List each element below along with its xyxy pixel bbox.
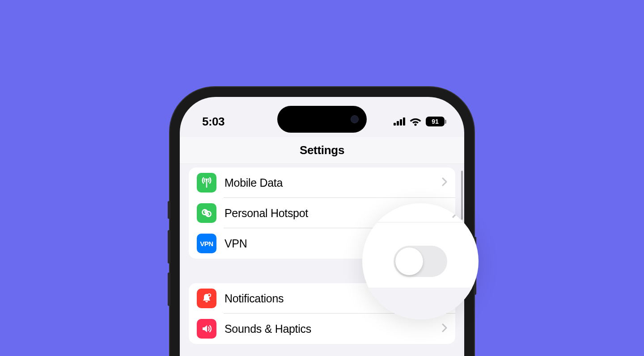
link-icon [197,203,216,223]
toggle-thumb [395,247,423,275]
row-mobile-data[interactable]: Mobile Data [189,168,455,198]
svg-point-4 [414,123,416,126]
svg-rect-2 [400,119,402,126]
svg-rect-3 [403,117,405,126]
svg-rect-0 [394,123,396,126]
scroll-indicator[interactable] [461,171,463,220]
chevron-right-icon [442,177,447,188]
mute-switch [168,201,170,219]
chevron-right-icon [442,323,447,334]
navigation-bar: Settings [180,137,464,164]
page-title: Settings [300,143,344,157]
svg-point-9 [208,294,211,297]
cellular-signal-icon [394,117,406,126]
vpn-icon-label: VPN [200,240,213,247]
vpn-toggle-zoomed[interactable] [394,246,447,277]
antenna-icon [197,173,216,193]
volume-up-button [168,230,170,264]
row-label: Mobile Data [225,176,442,189]
camera-icon [351,115,359,123]
svg-rect-1 [397,121,399,126]
speaker-icon [197,319,216,339]
bell-icon [197,289,216,308]
dynamic-island [277,106,367,133]
battery-level: 91 [432,118,439,125]
svg-point-5 [206,179,208,181]
volume-down-button [168,272,170,306]
zoom-callout [362,203,479,319]
status-time: 5:03 [202,115,225,129]
wifi-icon [410,117,421,126]
status-right: 91 [394,117,446,126]
vpn-icon: VPN [197,234,216,253]
battery-icon: 91 [426,117,446,126]
row-label: Sounds & Haptics [225,322,442,335]
phone-mockup: 5:03 [170,87,474,356]
